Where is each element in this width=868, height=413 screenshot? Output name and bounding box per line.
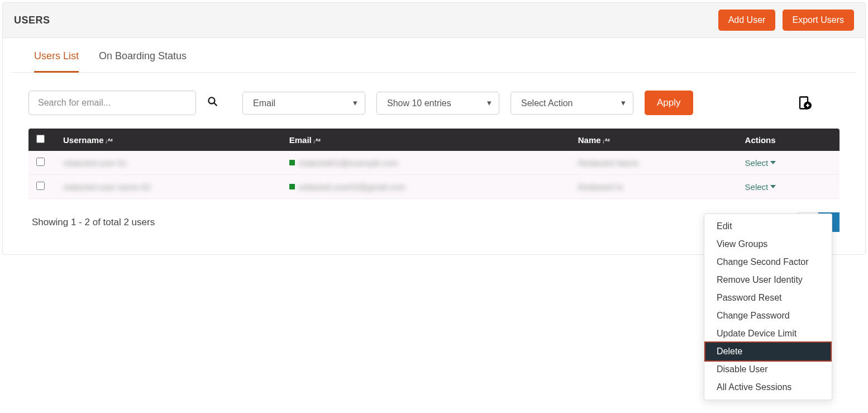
username-cell: redacted-user-name-02: [63, 182, 151, 192]
select-all-checkbox[interactable]: [36, 135, 45, 143]
svg-point-0: [208, 97, 214, 103]
caret-down-icon: [770, 185, 776, 188]
name-cell: Redacted N.: [578, 182, 624, 192]
table-row: redacted-user-01 redacted01@example.com …: [28, 151, 840, 175]
sort-icon: ↓ᴬᶻ: [105, 137, 113, 144]
row-checkbox[interactable]: [36, 158, 45, 166]
card-header: USERS Add User Export Users: [3, 3, 865, 38]
apply-button[interactable]: Apply: [645, 91, 693, 115]
col-email[interactable]: Email↓ᴬᶻ: [282, 129, 570, 151]
svg-line-1: [214, 103, 217, 106]
page-size-select[interactable]: Show 10 entries: [376, 92, 499, 115]
bulk-action-select[interactable]: Select Action: [511, 92, 633, 115]
export-users-button[interactable]: Export Users: [783, 10, 854, 31]
row-action-select[interactable]: Select: [745, 158, 776, 168]
search-icon[interactable]: [207, 96, 218, 110]
tabs: Users List On Boarding Status: [12, 38, 856, 73]
result-summary: Showing 1 - 2 of total 2 users: [32, 217, 155, 228]
status-indicator-icon: [289, 184, 295, 189]
tab-users-list[interactable]: Users List: [34, 50, 79, 73]
status-indicator-icon: [289, 160, 295, 165]
sort-icon: ↓ᴬᶻ: [602, 137, 611, 144]
caret-down-icon: [770, 161, 776, 164]
email-cell: redacted01@example.com: [298, 158, 399, 168]
col-actions: Actions: [737, 129, 840, 151]
row-action-select[interactable]: Select: [745, 182, 776, 192]
sort-icon: ↓ᴬᶻ: [313, 137, 321, 144]
search-input[interactable]: [28, 91, 196, 115]
filter-bar: Email ▾ Show 10 entries ▾ Select Action …: [3, 73, 865, 129]
col-name[interactable]: Name↓ᴬᶻ: [570, 129, 737, 151]
row-checkbox[interactable]: [36, 182, 45, 190]
table-row: redacted-user-name-02 redacted.user02@gm…: [28, 175, 840, 199]
menu-change-second-factor[interactable]: Change Second Factor: [704, 253, 832, 257]
username-cell: redacted-user-01: [63, 158, 127, 168]
add-device-icon[interactable]: [796, 95, 812, 111]
users-table: Username↓ᴬᶻ Email↓ᴬᶻ Name↓ᴬᶻ Actions red…: [28, 129, 840, 199]
col-username[interactable]: Username↓ᴬᶻ: [55, 129, 282, 151]
add-user-button[interactable]: Add User: [718, 10, 776, 31]
page-title: USERS: [14, 15, 50, 26]
name-cell: Redacted Name: [578, 158, 638, 168]
header-actions: Add User Export Users: [714, 10, 854, 31]
tab-onboarding-status[interactable]: On Boarding Status: [99, 50, 187, 73]
menu-edit[interactable]: Edit: [704, 217, 832, 235]
email-cell: redacted.user02@gmail.com: [298, 182, 406, 192]
filter-field-select[interactable]: Email: [242, 92, 365, 115]
row-actions-dropdown: Edit View Groups Change Second Factor Re…: [704, 213, 832, 257]
menu-view-groups[interactable]: View Groups: [704, 235, 832, 253]
